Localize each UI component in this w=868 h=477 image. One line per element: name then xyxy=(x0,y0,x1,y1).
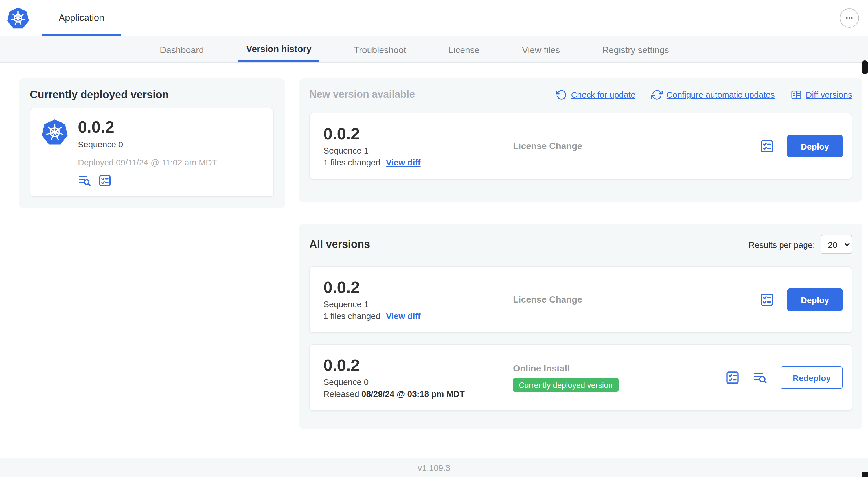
check-for-update-label: Check for update xyxy=(571,90,636,99)
version-number: 0.0.2 xyxy=(323,278,513,297)
topbar-right xyxy=(840,0,859,35)
app-tab-label: Application xyxy=(59,12,104,23)
files-changed-label: 1 files changed xyxy=(323,311,380,321)
new-version-title: New version available xyxy=(309,89,415,100)
version-source: License Change xyxy=(513,295,760,305)
config-icon xyxy=(98,174,112,187)
version-info: 0.0.2 Sequence 1 1 files changedView dif… xyxy=(323,278,513,321)
diff-versions-label: Diff versions xyxy=(806,90,852,99)
currently-deployed-badge: Currently deployed version xyxy=(513,378,618,392)
scrollbar-corner xyxy=(862,473,868,477)
app-tab-application[interactable]: Application xyxy=(42,0,121,35)
scrollbar-thumb[interactable] xyxy=(862,60,868,74)
view-diff-link[interactable]: View diff xyxy=(386,311,421,321)
version-row: 0.0.2 Sequence 1 1 files changedView dif… xyxy=(309,266,852,333)
section-tab-bar: Dashboard Version history Troubleshoot L… xyxy=(0,36,868,63)
main-content: Currently deployed version 0.0.2 Sequenc… xyxy=(0,63,868,458)
all-versions-panel: All versions Results per page: 20 0.0.2 … xyxy=(299,223,862,429)
version-source-column: License Change xyxy=(513,295,760,305)
version-info: 0.0.2 Sequence 0 Released08/29/24 @ 03:1… xyxy=(323,356,513,399)
view-config-button[interactable] xyxy=(725,370,740,385)
version-source-column: Online Install Currently deployed versio… xyxy=(513,363,725,392)
release-notes-button[interactable] xyxy=(78,174,91,187)
config-icon xyxy=(725,370,740,385)
release-notes-button[interactable] xyxy=(753,370,768,385)
files-changed-label: 1 files changed xyxy=(323,158,380,168)
new-version-panel: New version available Check for update xyxy=(299,79,862,202)
version-source: Online Install xyxy=(513,363,725,374)
version-actions: Check for update Configure automatic upd… xyxy=(556,89,852,100)
refresh-icon xyxy=(556,89,567,100)
currently-deployed-title: Currently deployed version xyxy=(30,89,274,101)
tab-troubleshoot[interactable]: Troubleshoot xyxy=(346,36,414,62)
tab-view-files[interactable]: View files xyxy=(514,36,568,62)
tab-license[interactable]: License xyxy=(440,36,487,62)
version-info: 0.0.2 Sequence 1 1 files changedView dif… xyxy=(323,125,513,168)
current-version-number: 0.0.2 xyxy=(78,119,123,137)
view-config-button[interactable] xyxy=(760,139,774,153)
kubernetes-logo-icon xyxy=(41,119,69,146)
view-diff-link[interactable]: View diff xyxy=(386,158,421,168)
released-label: Released xyxy=(323,389,359,399)
deploy-button[interactable]: Deploy xyxy=(787,289,843,311)
diff-versions-link[interactable]: Diff versions xyxy=(790,89,852,100)
config-icon xyxy=(760,139,774,153)
kubernetes-logo-icon xyxy=(7,6,29,29)
auto-update-icon xyxy=(651,89,662,100)
version-sequence: Sequence 1 xyxy=(323,299,513,309)
view-config-button[interactable] xyxy=(760,292,774,307)
diff-icon xyxy=(790,89,802,100)
current-version-deployed-date: Deployed 09/11/24 @ 11:02 am MDT xyxy=(78,157,263,167)
tab-registry-settings[interactable]: Registry settings xyxy=(594,36,677,62)
new-version-card: 0.0.2 Sequence 1 1 files changedView dif… xyxy=(309,113,852,180)
version-row: 0.0.2 Sequence 0 Released08/29/24 @ 03:1… xyxy=(309,344,852,411)
view-config-button[interactable] xyxy=(98,174,112,187)
results-per-page-select[interactable]: 20 xyxy=(820,235,852,254)
redeploy-button[interactable]: Redeploy xyxy=(781,366,843,389)
configure-automatic-updates-label: Configure automatic updates xyxy=(666,90,775,99)
tab-version-history[interactable]: Version history xyxy=(239,36,319,62)
released-date: 08/29/24 @ 03:18 pm MDT xyxy=(362,389,465,399)
version-source: License Change xyxy=(513,141,760,151)
app-root: Application Dashboard Version history Tr… xyxy=(0,0,868,477)
app-version-label: v1.109.3 xyxy=(417,463,450,472)
current-version-card: 0.0.2 Sequence 0 Deployed 09/11/24 @ 11:… xyxy=(30,108,274,197)
current-version-info: 0.0.2 Sequence 0 xyxy=(78,119,123,149)
current-version-sequence: Sequence 0 xyxy=(78,140,123,149)
tab-dashboard[interactable]: Dashboard xyxy=(152,36,212,62)
all-versions-title: All versions xyxy=(309,238,370,251)
config-icon xyxy=(760,292,774,307)
release-notes-icon xyxy=(78,174,91,187)
deploy-button[interactable]: Deploy xyxy=(787,135,843,157)
version-sequence: Sequence 0 xyxy=(323,377,513,387)
right-column: New version available Check for update xyxy=(299,79,862,429)
version-number: 0.0.2 xyxy=(323,356,513,375)
more-options-button[interactable] xyxy=(840,8,859,27)
ellipsis-icon xyxy=(844,13,855,23)
top-header: Application xyxy=(0,0,868,36)
version-sequence: Sequence 1 xyxy=(323,146,513,155)
currently-deployed-panel: Currently deployed version 0.0.2 Sequenc… xyxy=(19,79,285,208)
release-notes-icon xyxy=(753,370,768,385)
brand xyxy=(7,0,42,35)
configure-automatic-updates-link[interactable]: Configure automatic updates xyxy=(651,89,775,100)
app-footer: v1.109.3 xyxy=(0,458,868,477)
results-per-page-label: Results per page: xyxy=(749,240,815,249)
check-for-update-link[interactable]: Check for update xyxy=(556,89,636,100)
version-number: 0.0.2 xyxy=(323,125,513,143)
version-source-column: License Change xyxy=(513,141,760,151)
